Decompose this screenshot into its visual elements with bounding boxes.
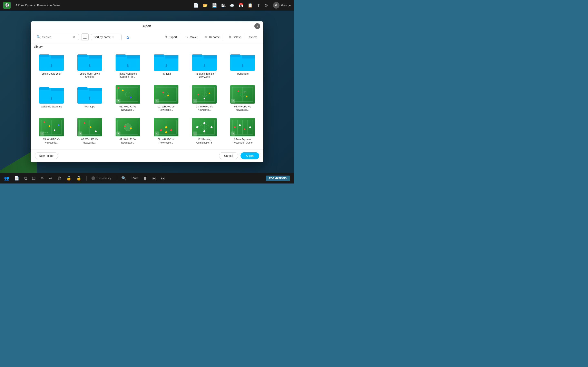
item-whufc-03[interactable]: ✕ 03. WHUFC Vs Newcastle...: [187, 83, 222, 113]
file-overlay-icon: ✕: [78, 132, 82, 136]
item-whufc-04[interactable]: text ✕ 04. WHUFC Vs Newcastle...: [225, 83, 260, 113]
search-icon: 🔍: [36, 35, 41, 39]
divider2: [116, 176, 116, 181]
svg-rect-8: [39, 54, 49, 57]
item-label: 06. WHUFC Vs Newcastle...: [77, 138, 102, 144]
item-transitions[interactable]: ⬇ Transitions: [225, 51, 260, 80]
item-passing-102[interactable]: ✕ 102.Passing Combination Y: [187, 117, 222, 146]
list-view-button[interactable]: [81, 33, 89, 41]
item-valladolid[interactable]: ⬇ Valladolid Warm-up: [34, 83, 69, 113]
svg-rect-9: [51, 55, 64, 58]
delete-label: Delete: [233, 35, 241, 39]
file-thumbnail: ✕: [230, 118, 255, 136]
item-label: 08. WHUFC Vs Newcastle...: [154, 138, 178, 144]
file-overlay-icon: ✕: [155, 99, 159, 103]
item-whufc-06[interactable]: ✕ 06. WHUFC Vs Newcastle...: [72, 117, 107, 146]
new-folder-button[interactable]: New Folder: [35, 152, 58, 159]
item-whufc-05[interactable]: note text ✕ 05. WHUFC Vs Newcastle...: [34, 117, 69, 146]
open-button[interactable]: Open: [241, 152, 259, 159]
clipboard-icon[interactable]: 📋: [248, 3, 253, 8]
svg-point-80: [160, 129, 162, 131]
zoom-icon[interactable]: 🔍: [121, 176, 126, 181]
lock-open-icon[interactable]: 🔓: [66, 176, 71, 181]
item-transition-low-zone[interactable]: ⬇ Transition from the Low Zone: [187, 51, 222, 80]
prev-icon[interactable]: ⏮: [152, 176, 156, 181]
undo-icon[interactable]: ↩: [49, 176, 52, 181]
item-whufc-08[interactable]: ✕ 08. WHUFC Vs Newcastle...: [149, 117, 183, 146]
svg-point-71: [84, 122, 85, 124]
item-4zone-possession[interactable]: ✕ 4 Zone Dynamic Possession Game: [225, 117, 260, 146]
calendar-icon[interactable]: 📅: [238, 3, 243, 8]
folder-icon: ⬇: [230, 52, 255, 71]
file-thumbnail: ✕: [116, 118, 140, 136]
export-label: Export: [169, 35, 177, 39]
item-label: 02. WHUFC Vs Newcastle...: [154, 105, 178, 111]
search-box[interactable]: 🔍 ⊗: [34, 34, 79, 40]
sort-direction-button[interactable]: [124, 33, 131, 41]
item-whufc-07[interactable]: ✕ 07. WHUFC Vs Newcastle...: [111, 117, 145, 146]
export-button[interactable]: ⬆ Export: [162, 34, 180, 40]
delete-icon: 🗑: [228, 35, 232, 39]
formations-button[interactable]: FORMATIONS: [266, 176, 290, 180]
item-tiki-taka[interactable]: ⬇ Tiki Taka: [149, 51, 183, 80]
item-tactic-managers[interactable]: ⬇ Tactic Managers Session File...: [111, 51, 145, 80]
sort-dropdown[interactable]: Sort by name ▾: [91, 34, 122, 40]
lock-icon[interactable]: 🔒: [76, 176, 81, 181]
chevron-down-icon: ▾: [112, 35, 114, 39]
users-icon[interactable]: 👥: [4, 176, 9, 181]
cancel-button[interactable]: Cancel: [219, 152, 238, 159]
item-whufc-01[interactable]: ✕ 01. WHUFC Vs Newcastle...: [111, 83, 145, 113]
export-cloud-icon[interactable]: ☁️: [229, 3, 234, 8]
svg-point-90: [203, 130, 205, 132]
delete-button[interactable]: 🗑 Delete: [225, 34, 244, 40]
svg-point-82: [170, 129, 172, 131]
rename-icon: ✏: [205, 35, 208, 39]
search-input[interactable]: [42, 35, 71, 39]
document-icon[interactable]: 📄: [14, 176, 19, 181]
svg-rect-16: [116, 54, 126, 57]
svg-point-99: [244, 128, 245, 130]
save-as-icon[interactable]: 💾As: [221, 3, 225, 7]
svg-point-43: [122, 90, 123, 91]
copy-icon[interactable]: ⧉: [24, 176, 27, 181]
search-clear-icon[interactable]: ⊗: [72, 35, 75, 39]
settings-icon[interactable]: ⚙: [264, 3, 268, 8]
svg-rect-1: [85, 36, 86, 36]
open-file-icon[interactable]: 📂: [203, 3, 208, 8]
svg-point-48: [162, 92, 164, 93]
next-icon[interactable]: ⏭: [161, 176, 165, 181]
svg-rect-28: [230, 54, 241, 57]
record-icon[interactable]: ⏺: [143, 176, 147, 181]
svg-point-64: [43, 121, 45, 123]
folder-icon: ⬇: [39, 85, 64, 104]
move-button[interactable]: → Move: [182, 34, 200, 40]
rename-button[interactable]: ✏ Rename: [202, 34, 223, 40]
share-icon[interactable]: ⬆: [257, 3, 260, 8]
item-label: 03. WHUFC Vs Newcastle...: [192, 105, 217, 111]
item-spain-goals-book[interactable]: ⬇ Spain Goals Book: [34, 51, 69, 80]
close-button[interactable]: ×: [254, 23, 260, 29]
svg-rect-20: [154, 54, 164, 57]
svg-text:text: text: [243, 91, 246, 93]
user-section: G George: [273, 2, 291, 8]
svg-line-92: [204, 123, 212, 127]
item-spurs-warmup[interactable]: ⬇ Spurs Warm-up vs Chelsea: [72, 51, 107, 80]
svg-rect-12: [77, 54, 87, 57]
trash-icon[interactable]: 🗑: [57, 176, 61, 181]
new-file-icon[interactable]: 📄: [194, 3, 199, 8]
svg-text:⬇: ⬇: [50, 63, 53, 68]
item-warmups[interactable]: ⬇ Warmups: [72, 83, 107, 113]
item-whufc-02[interactable]: ✕ 02. WHUFC Vs Newcastle...: [149, 83, 183, 113]
folder-icon: ⬇: [77, 52, 102, 71]
draw-icon[interactable]: ✏: [41, 176, 44, 181]
select-button[interactable]: Select: [246, 34, 260, 40]
item-label: 04. WHUFC Vs Newcastle...: [230, 105, 255, 111]
move-icon: →: [185, 35, 189, 39]
svg-point-55: [204, 98, 205, 99]
save-icon[interactable]: 💾: [212, 3, 217, 8]
svg-point-42: [117, 87, 119, 89]
item-label: 102.Passing Combination Y: [192, 138, 217, 144]
file-toolbar: 🔍 ⊗ Sort by name ▾: [31, 31, 263, 43]
svg-point-60: [246, 96, 247, 97]
layers-icon[interactable]: ▤: [32, 176, 36, 181]
